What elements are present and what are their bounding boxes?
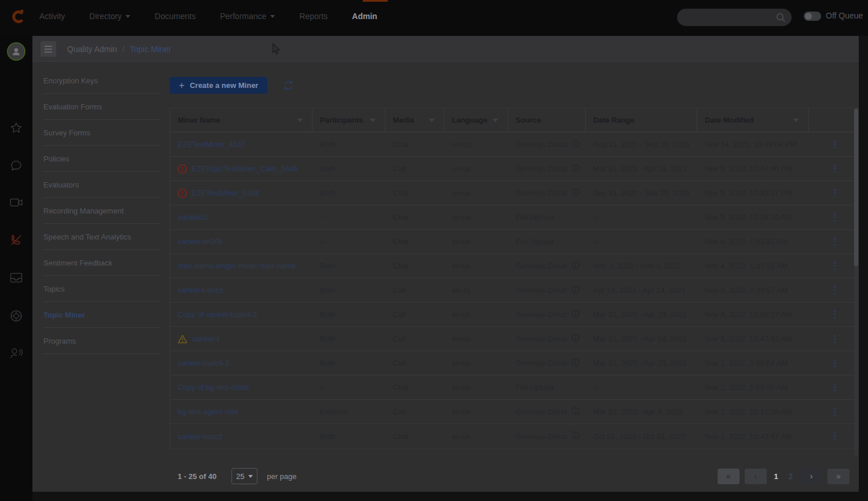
- miner-name-link[interactable]: sanket01: [178, 213, 208, 222]
- date-range-cell: Aug 31, 2020 - Sep 29, 2020: [586, 181, 697, 205]
- off-queue-toggle[interactable]: [804, 12, 821, 21]
- miner-name-link[interactable]: sanket-topic2: [178, 432, 222, 441]
- nav-item-documents[interactable]: Documents: [155, 12, 196, 21]
- sidebar-item-encryption-keys[interactable]: Encryption Keys: [32, 68, 170, 94]
- inbox-icon[interactable]: [0, 272, 32, 283]
- row-menu-button[interactable]: [832, 357, 838, 370]
- nav-item-activity[interactable]: Activity: [39, 12, 65, 21]
- miner-name-link[interactable]: Copy of sanket-topic4-2: [178, 310, 257, 319]
- user-avatar[interactable]: [7, 42, 25, 61]
- sidebar-item-programs[interactable]: Programs: [32, 328, 170, 354]
- next-page-button[interactable]: ›: [800, 469, 822, 484]
- miner-name-link[interactable]: sanket-tm30k: [178, 237, 223, 246]
- prev-page-button[interactable]: ‹: [745, 469, 767, 484]
- row-menu-button[interactable]: [832, 138, 838, 151]
- row-menu-button[interactable]: [832, 235, 838, 248]
- row-menu-button[interactable]: [832, 260, 838, 272]
- column-header-media[interactable]: Media: [385, 108, 444, 132]
- refresh-icon[interactable]: [283, 80, 294, 91]
- nav-item-reports[interactable]: Reports: [299, 12, 328, 21]
- info-icon[interactable]: [571, 261, 580, 271]
- phone-disabled-icon[interactable]: [0, 233, 32, 247]
- sidebar-item-survey-forms[interactable]: Survey Forms: [32, 120, 170, 146]
- miner-name-link[interactable]: E2ETestMiner_5338: [192, 189, 259, 197]
- column-header-miner-name[interactable]: Miner Name: [170, 108, 312, 132]
- row-menu-button[interactable]: [832, 211, 838, 224]
- info-icon[interactable]: [571, 285, 580, 296]
- sidebar-item-speech-and-text-analytics[interactable]: Speech and Text Analytics: [32, 224, 170, 250]
- info-icon[interactable]: [571, 164, 580, 174]
- sidebar-item-sentiment-feedback[interactable]: Sentiment Feedback: [32, 250, 170, 276]
- menu-toggle-button[interactable]: [41, 41, 56, 57]
- support-ring-icon[interactable]: [0, 309, 32, 323]
- scrollbar-thumb[interactable]: [854, 109, 858, 266]
- info-icon[interactable]: [571, 358, 580, 369]
- sidebar-item-evaluators[interactable]: Evaluators: [32, 172, 170, 198]
- main-area: + Create a new Miner Miner NameParticipa…: [170, 62, 859, 492]
- row-menu-button[interactable]: [832, 333, 838, 345]
- info-icon[interactable]: [571, 139, 580, 150]
- breadcrumb-section[interactable]: Quality Admin: [67, 45, 117, 54]
- row-menu-button[interactable]: [832, 187, 838, 200]
- page-number-2[interactable]: 2: [786, 472, 795, 481]
- breadcrumb-separator: /: [122, 45, 124, 54]
- video-call-icon[interactable]: [0, 197, 32, 208]
- info-icon[interactable]: [571, 431, 580, 441]
- create-miner-button[interactable]: + Create a new Miner: [170, 77, 267, 94]
- language-cell: en-us: [444, 327, 508, 351]
- row-menu-button[interactable]: [832, 308, 838, 321]
- info-icon[interactable]: [571, 310, 580, 320]
- column-header-date-range[interactable]: Date Range: [586, 108, 697, 132]
- nav-item-admin[interactable]: Admin: [352, 12, 377, 21]
- sort-filter-icon[interactable]: [297, 119, 303, 122]
- miner-name-link[interactable]: sanket-t: [192, 334, 219, 343]
- sort-filter-icon[interactable]: [429, 119, 435, 122]
- row-menu-button[interactable]: [832, 284, 838, 297]
- agent-voice-icon[interactable]: [0, 347, 32, 360]
- info-icon[interactable]: [571, 407, 580, 417]
- miner-name-link[interactable]: E2ETestMiner_8537: [178, 140, 245, 149]
- miner-name-link[interactable]: sanket-topic4-2: [178, 359, 229, 367]
- column-header-source[interactable]: Source: [508, 108, 586, 132]
- actions-cell: [809, 157, 858, 180]
- nav-item-directory[interactable]: Directory: [89, 12, 130, 21]
- sidebar-item-topics[interactable]: Topics: [32, 276, 170, 302]
- miner-name-link[interactable]: E2ETopicTestMiner_Calls_5646: [192, 164, 298, 173]
- page-size-select[interactable]: 25: [231, 468, 258, 484]
- favorites-star-icon[interactable]: [0, 121, 32, 134]
- search-input[interactable]: [685, 9, 772, 26]
- sidebar-item-evaluation-forms[interactable]: Evaluation Forms: [32, 94, 170, 120]
- participants-cell: Both: [312, 254, 385, 278]
- miner-name-link[interactable]: max-name-length-miner-max-name: [178, 261, 296, 270]
- info-icon[interactable]: [571, 188, 580, 198]
- sort-filter-icon[interactable]: [793, 119, 799, 122]
- row-menu-button[interactable]: [832, 163, 838, 175]
- breadcrumb: Quality Admin / Topic Miner: [67, 36, 171, 62]
- row-menu-button[interactable]: [832, 381, 838, 394]
- chat-icon[interactable]: [0, 159, 32, 172]
- genesys-logo-icon[interactable]: [10, 8, 25, 26]
- date-range-cell: --: [586, 230, 697, 253]
- table-scrollbar[interactable]: [854, 108, 858, 456]
- sort-filter-icon[interactable]: [370, 119, 376, 122]
- first-page-button[interactable]: «: [718, 469, 740, 484]
- column-header-language[interactable]: Language: [444, 108, 508, 132]
- sort-filter-icon[interactable]: [492, 119, 498, 122]
- miner-name-link[interactable]: bg-test-agent-side: [178, 407, 238, 416]
- last-page-button[interactable]: »: [827, 469, 849, 484]
- miner-name-link[interactable]: sanket-t-enza: [178, 286, 223, 294]
- row-menu-button[interactable]: [832, 406, 838, 418]
- sidebar-item-recording-management[interactable]: Recording Management: [32, 198, 170, 224]
- sidebar-item-policies[interactable]: Policies: [32, 146, 170, 172]
- nav-item-performance[interactable]: Performance: [220, 12, 275, 21]
- row-menu-button[interactable]: [832, 430, 838, 443]
- miner-name-link[interactable]: Copy of bg-test-orbitz: [178, 383, 249, 392]
- info-icon[interactable]: [571, 334, 580, 344]
- media-cell: Call: [385, 400, 444, 423]
- toolbar: + Create a new Miner: [170, 77, 859, 94]
- column-header-actions[interactable]: [809, 108, 858, 132]
- page-number-1[interactable]: 1: [772, 472, 781, 481]
- sidebar-item-topic-miner[interactable]: Topic Miner: [32, 302, 170, 328]
- column-header-participants[interactable]: Participants: [312, 108, 385, 132]
- column-header-date-modified[interactable]: Date Modified: [697, 108, 809, 132]
